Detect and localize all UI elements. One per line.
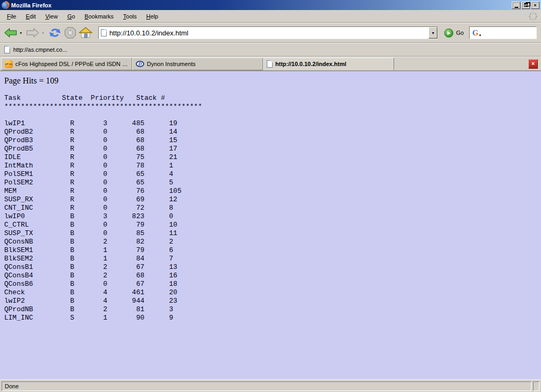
stop-icon <box>64 26 77 39</box>
menu-file[interactable]: File <box>2 12 21 21</box>
bookmarks-toolbar: http://as.cmpnet.co... <box>0 43 541 57</box>
tab-page-icon <box>267 60 273 68</box>
go-label: Go <box>456 30 464 36</box>
menu-tools[interactable]: Tools <box>118 12 142 21</box>
minimize-button[interactable] <box>512 2 520 9</box>
home-icon <box>79 27 92 39</box>
url-bar: ▼ <box>98 26 438 39</box>
go-icon: ▶ <box>444 29 453 38</box>
status-text: Done <box>2 381 531 391</box>
window-title: Mozilla Firefox <box>11 2 510 8</box>
firefox-icon <box>2 2 9 9</box>
menu-edit[interactable]: Edit <box>21 12 41 21</box>
tab-label: Dynon Instruments <box>147 61 195 67</box>
search-box: G ▼ <box>469 26 537 39</box>
go-button[interactable]: ▶ Go <box>442 29 468 38</box>
bookmark-item[interactable]: http://as.cmpnet.co... <box>4 46 67 53</box>
navigation-toolbar: ▼ ▼ <box>0 23 541 43</box>
back-button[interactable] <box>3 26 18 39</box>
page-hits-text: Page Hits = 109 <box>4 76 537 86</box>
firefox-window: Mozilla Firefox × File Edit View Go Book… <box>0 0 541 392</box>
forward-dropdown-arrow[interactable]: ▼ <box>41 31 46 35</box>
menu-bookmarks[interactable]: Bookmarks <box>80 12 118 21</box>
search-input[interactable] <box>483 29 536 36</box>
tab-cfos[interactable]: cFos cFos Highspeed DSL / PPPoE und ISDN… <box>1 58 132 70</box>
back-dropdown-arrow[interactable]: ▼ <box>19 31 24 35</box>
tab-index-html-active[interactable]: http://10.0.10.2/index.html <box>263 58 394 70</box>
bookmark-label: http://as.cmpnet.co... <box>13 46 67 53</box>
menu-help[interactable]: Help <box>142 12 163 21</box>
cfos-favicon-icon: cFos <box>5 60 13 68</box>
menubar: File Edit View Go Bookmarks Tools Help <box>0 10 541 23</box>
stop-button[interactable] <box>63 26 77 40</box>
url-dropdown-button[interactable]: ▼ <box>428 27 437 39</box>
tab-dynon[interactable]: D Dynon Instruments <box>132 58 263 70</box>
minimize-icon <box>515 7 518 8</box>
status-bar: Done <box>0 379 541 392</box>
forward-button[interactable] <box>25 26 40 39</box>
forward-icon <box>26 27 40 39</box>
google-logo-icon[interactable]: G <box>471 29 480 37</box>
tab-label: cFos Highspeed DSL / PPPoE und ISDN CAP.… <box>15 61 128 67</box>
url-input[interactable] <box>107 27 428 38</box>
bookmark-page-icon <box>4 46 10 53</box>
resize-grip[interactable] <box>533 381 539 391</box>
throbber-icon <box>527 11 539 22</box>
reload-icon <box>48 26 62 39</box>
dynon-favicon-icon: D <box>136 61 144 67</box>
restore-icon <box>524 3 528 7</box>
titlebar[interactable]: Mozilla Firefox × <box>0 0 541 10</box>
menu-view[interactable]: View <box>41 12 63 21</box>
page-content: Page Hits = 109 Task State Priority Stac… <box>0 71 541 379</box>
tab-label: http://10.0.10.2/index.html <box>275 61 346 67</box>
window-controls: × <box>512 2 539 9</box>
restore-button[interactable] <box>521 2 530 9</box>
page-icon <box>101 29 107 36</box>
close-tab-button[interactable]: × <box>528 59 538 69</box>
menu-go[interactable]: Go <box>62 12 80 21</box>
home-button[interactable] <box>78 26 93 39</box>
reload-button[interactable] <box>48 26 62 40</box>
tab-bar: cFos cFos Highspeed DSL / PPPoE und ISDN… <box>0 57 541 71</box>
back-icon <box>4 27 17 39</box>
task-table: Task State Priority Stack # ************… <box>4 94 537 322</box>
close-button[interactable]: × <box>531 2 539 9</box>
